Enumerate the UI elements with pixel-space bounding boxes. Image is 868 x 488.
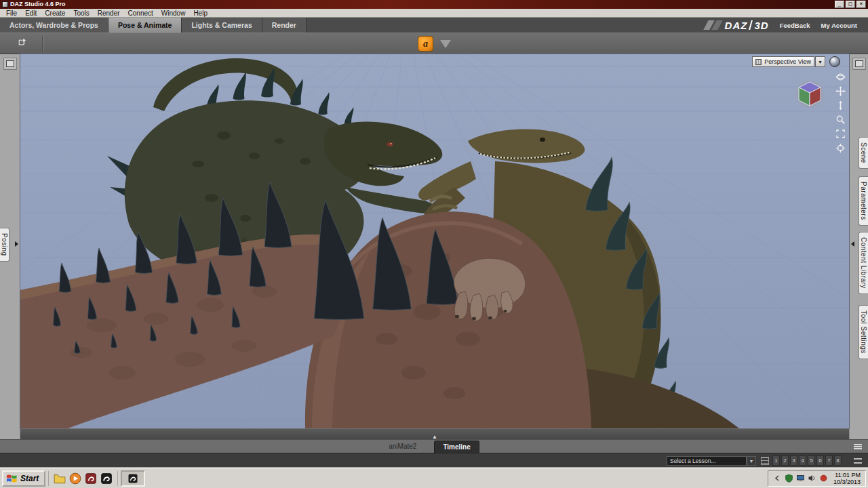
taskbar-item-daz-studio[interactable] bbox=[121, 470, 145, 487]
menu-help[interactable]: Help bbox=[189, 9, 212, 17]
maximize-button[interactable]: □ bbox=[846, 1, 855, 8]
viewport-canvas[interactable] bbox=[20, 54, 849, 428]
pane-menu-icon[interactable] bbox=[854, 444, 862, 449]
dock-expand-arrow-icon[interactable] bbox=[851, 241, 854, 247]
dock-expand-arrow-icon[interactable] bbox=[15, 241, 18, 247]
right-dock-button[interactable] bbox=[852, 58, 866, 70]
view-cube[interactable] bbox=[792, 77, 827, 111]
camera-tools bbox=[835, 72, 846, 153]
tab-animate2[interactable]: aniMate2 bbox=[389, 443, 416, 453]
lesson-pages-icon bbox=[761, 457, 769, 465]
daz-install-manager-icon[interactable] bbox=[85, 472, 97, 485]
start-label: Start bbox=[20, 474, 39, 483]
lesson-menu-icon[interactable] bbox=[854, 458, 862, 464]
tab-timeline[interactable]: Timeline bbox=[434, 441, 479, 453]
title-bar: DAZ Studio 4.6 Pro _ □ × bbox=[0, 0, 868, 9]
pane-tab-posing[interactable]: Posing bbox=[0, 228, 9, 262]
windows-taskbar: Start bbox=[0, 468, 868, 488]
tab-actors-wardrobe-props[interactable]: Actors, Wardrobe & Props bbox=[0, 18, 108, 33]
right-dock-strip: Scene Parameters Content Library Tool Se… bbox=[849, 54, 868, 439]
zoom-icon[interactable] bbox=[835, 115, 846, 125]
timeline-collapse-bar[interactable]: ▲ bbox=[20, 428, 849, 439]
app-icon bbox=[2, 1, 8, 7]
page-button-1[interactable]: 1 bbox=[772, 455, 780, 466]
menu-bar: File Edit Create Tools Render Connect Wi… bbox=[0, 9, 868, 18]
pane-tab-parameters[interactable]: Parameters bbox=[859, 176, 868, 226]
security-shield-icon[interactable] bbox=[785, 474, 793, 483]
orbit-icon[interactable] bbox=[835, 72, 846, 82]
page-button-7[interactable]: 7 bbox=[825, 455, 833, 466]
page-button-2[interactable]: 2 bbox=[781, 455, 789, 466]
menu-window[interactable]: Window bbox=[157, 9, 190, 17]
logo-3d-text: 3D bbox=[754, 20, 768, 31]
lesson-page-buttons: 1 2 3 4 5 6 7 8 bbox=[772, 455, 842, 466]
frame-icon[interactable] bbox=[835, 129, 846, 139]
logo-divider bbox=[749, 20, 753, 30]
close-button[interactable]: × bbox=[856, 1, 866, 8]
menu-file[interactable]: File bbox=[2, 9, 21, 17]
page-button-3[interactable]: 3 bbox=[790, 455, 797, 466]
dropdown-arrow-icon[interactable] bbox=[440, 40, 451, 48]
pan-icon[interactable] bbox=[835, 86, 846, 96]
display-icon[interactable] bbox=[796, 474, 805, 483]
windows-flag-icon bbox=[6, 474, 18, 483]
menu-connect[interactable]: Connect bbox=[124, 9, 157, 17]
volume-icon[interactable] bbox=[808, 474, 816, 483]
activity-tab-bar: Actors, Wardrobe & Props Pose & Animate … bbox=[0, 18, 868, 33]
pane-tab-scene[interactable]: Scene bbox=[859, 137, 868, 169]
clock-time: 11:01 PM bbox=[833, 472, 861, 479]
lesson-dropdown-arrow-icon[interactable]: ▼ bbox=[747, 456, 756, 466]
feedback-link[interactable]: FeedBack bbox=[780, 22, 810, 29]
main-toolbar: a bbox=[0, 33, 868, 54]
daz-studio-icon bbox=[127, 473, 138, 484]
menu-edit[interactable]: Edit bbox=[21, 9, 41, 17]
view-selector-label: Perspective View bbox=[764, 58, 811, 65]
view-selector-dropdown[interactable]: ▼ bbox=[815, 56, 825, 67]
daz-studio-icon[interactable] bbox=[100, 472, 113, 485]
page-button-5[interactable]: 5 bbox=[808, 455, 815, 466]
page-button-4[interactable]: 4 bbox=[799, 455, 806, 466]
quick-launch bbox=[48, 471, 118, 486]
tab-render[interactable]: Render bbox=[262, 18, 307, 33]
logo-daz-text: DAZ bbox=[725, 20, 748, 31]
system-tray: 11:01 PM 10/3/2013 bbox=[768, 470, 866, 487]
menu-tools[interactable]: Tools bbox=[69, 9, 93, 17]
pane-tab-tool-settings[interactable]: Tool Settings bbox=[859, 305, 868, 359]
status-dot-icon[interactable] bbox=[819, 474, 828, 483]
viewport-3d[interactable]: Perspective View ▼ bbox=[20, 54, 849, 428]
draw-style-icon[interactable] bbox=[829, 56, 840, 67]
animate2-icon[interactable]: a bbox=[418, 36, 433, 52]
left-dock-button[interactable] bbox=[3, 58, 17, 70]
hidden-icons-button[interactable] bbox=[773, 474, 782, 483]
view-selector[interactable]: Perspective View bbox=[752, 56, 814, 67]
select-tool-icon[interactable] bbox=[18, 37, 28, 47]
toolbar-separator bbox=[42, 36, 43, 52]
daz3d-logo[interactable]: DAZ 3D bbox=[706, 20, 769, 31]
clock-date: 10/3/2013 bbox=[833, 479, 861, 485]
page-button-6[interactable]: 6 bbox=[816, 455, 824, 466]
folder-icon[interactable] bbox=[54, 472, 66, 485]
page-button-8[interactable]: 8 bbox=[834, 455, 842, 466]
aim-icon[interactable] bbox=[835, 143, 846, 153]
media-player-icon[interactable] bbox=[69, 472, 81, 485]
menu-create[interactable]: Create bbox=[41, 9, 69, 17]
my-account-link[interactable]: My Account bbox=[821, 22, 857, 29]
left-dock-strip: Posing bbox=[0, 54, 20, 439]
timeline-tab-row: aniMate2 Timeline bbox=[0, 439, 868, 453]
tab-lights-cameras[interactable]: Lights & Cameras bbox=[182, 18, 262, 33]
lesson-select-label: Select a Lesson... bbox=[670, 458, 716, 464]
menu-render[interactable]: Render bbox=[94, 9, 124, 17]
lesson-bar: Select a Lesson... ▼ 1 2 3 4 5 6 7 8 bbox=[0, 453, 868, 468]
lesson-select[interactable]: Select a Lesson... bbox=[667, 456, 747, 466]
dolly-icon[interactable] bbox=[835, 100, 846, 110]
minimize-button[interactable]: _ bbox=[835, 1, 844, 8]
viewport-grid-icon bbox=[755, 59, 762, 65]
pane-tab-content-library[interactable]: Content Library bbox=[859, 232, 868, 294]
start-button[interactable]: Start bbox=[2, 470, 45, 487]
window-title: DAZ Studio 4.6 Pro bbox=[10, 0, 66, 9]
tab-pose-animate[interactable]: Pose & Animate bbox=[108, 18, 182, 33]
taskbar-clock[interactable]: 11:01 PM 10/3/2013 bbox=[833, 472, 861, 485]
